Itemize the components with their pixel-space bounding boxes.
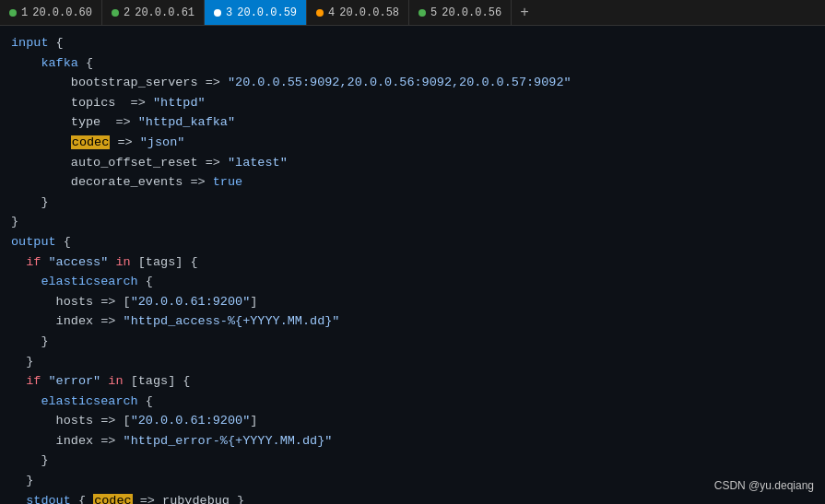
code-line-24: }: [11, 451, 814, 471]
tab-3[interactable]: 3 20.0.0.59: [205, 0, 307, 25]
code-line-6: codec => "json": [11, 133, 814, 153]
watermark: CSDN @yu.deqiang: [714, 477, 814, 495]
code-line-7: auto_offset_reset => "latest": [11, 153, 814, 173]
tab-4[interactable]: 4 20.0.0.58: [307, 0, 409, 25]
code-line-12: output {: [11, 232, 814, 252]
tab-bar: 1 20.0.0.60 2 20.0.0.61 3 20.0.0.59 4 20…: [0, 0, 825, 26]
code-line-27: stdout { codec => rubydebug }: [11, 491, 814, 504]
code-line-25: }: [11, 471, 814, 491]
code-line-5: type => "httpd_kafka": [11, 112, 814, 133]
tab-1[interactable]: 1 20.0.0.60: [0, 0, 102, 25]
code-line-2: kafka {: [11, 53, 814, 74]
code-line-14: elasticsearch {: [11, 272, 814, 292]
code-line-15: hosts => ["20.0.0.61:9200"]: [11, 292, 814, 312]
code-line-21: elasticsearch {: [11, 392, 814, 412]
code-line-22: hosts => ["20.0.0.61:9200"]: [11, 411, 814, 431]
code-line-18: }: [11, 352, 814, 372]
code-line-20: if "error" in [tags] {: [11, 371, 814, 392]
code-line-1: input {: [11, 33, 814, 53]
code-line-9: }: [11, 193, 814, 213]
code-line-10: }: [11, 212, 814, 232]
code-area: input { kafka { bootstrap_servers => "20…: [0, 26, 825, 504]
code-line-4: topics => "httpd": [11, 93, 814, 113]
code-line-17: }: [11, 332, 814, 352]
tab-5[interactable]: 5 20.0.0.56: [409, 0, 512, 25]
add-tab-button[interactable]: +: [512, 0, 537, 25]
code-line-16: index => "httpd_access-%{+YYYY.MM.dd}": [11, 311, 814, 332]
tab-2[interactable]: 2 20.0.0.61: [102, 0, 205, 25]
code-line-3: bootstrap_servers => "20.0.0.55:9092,20.…: [11, 73, 814, 93]
code-line-13: if "access" in [tags] {: [11, 252, 814, 273]
code-line-8: decorate_events => true: [11, 172, 814, 193]
code-line-23: index => "httpd_error-%{+YYYY.MM.dd}": [11, 431, 814, 451]
